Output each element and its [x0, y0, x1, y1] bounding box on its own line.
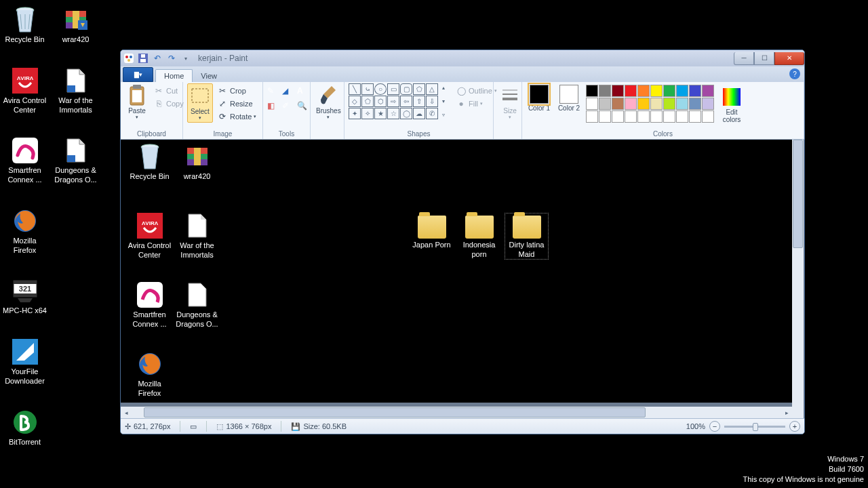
color-swatch[interactable] [625, 85, 637, 97]
shapes-more[interactable]: ▴▾▿ [438, 83, 449, 119]
outline-button[interactable]: ◯Outline ▾ [454, 85, 499, 97]
help-button[interactable]: ? [789, 68, 800, 79]
color1-button[interactable]: Color 1 [526, 85, 552, 112]
zoom-out-button[interactable]: − [709, 421, 720, 432]
color-swatch[interactable] [599, 98, 611, 110]
color-swatch[interactable] [612, 85, 624, 97]
canvas-recycle-bin: Recycle Bin [127, 142, 172, 182]
color-swatch[interactable] [689, 85, 701, 97]
custom-color-slot[interactable] [689, 110, 701, 123]
desktop-war-immortals[interactable]: War of the Immortals [54, 66, 98, 115]
custom-color-slot[interactable] [637, 110, 650, 123]
color-swatch[interactable] [702, 85, 714, 97]
undo-icon[interactable]: ↶ [152, 53, 163, 64]
canvas-dnd: Dungeons & Dragons O... [175, 281, 219, 329]
custom-color-slot[interactable] [663, 110, 675, 123]
desktop-recycle-bin[interactable]: Recycle Bin [3, 5, 47, 45]
canvas[interactable]: Recycle Bin wrar420 ΛVIRΛAvira Control C… [121, 140, 792, 403]
group-label: Colors [526, 129, 800, 139]
color-swatch[interactable] [650, 98, 663, 110]
svg-point-22 [127, 59, 130, 62]
group-label: Image [187, 129, 258, 139]
color-swatch[interactable] [676, 85, 688, 97]
firefox-icon [11, 207, 39, 235]
group-label [315, 129, 340, 139]
color-swatch[interactable] [586, 98, 598, 110]
vertical-scrollbar[interactable] [792, 140, 804, 418]
tab-view[interactable]: View [193, 70, 225, 82]
folder-icon [418, 216, 446, 239]
desktop-mpc[interactable]: 321 MPC-HC x64 [3, 277, 47, 316]
color-swatch[interactable] [599, 85, 611, 97]
size-button[interactable]: Size▾ [498, 83, 522, 121]
zoom-in-button[interactable]: + [789, 421, 800, 432]
horizontal-scrollbar[interactable]: ◂▸ [121, 407, 793, 418]
titlebar[interactable]: ↶ ↷ ▾ kerjain - Paint ─ ☐ ✕ [121, 50, 804, 66]
desktop-dnd[interactable]: Dungeons & Dragons O... [54, 136, 98, 185]
magnifier-tool[interactable]: 🔍 [297, 101, 311, 110]
color-swatch[interactable] [702, 98, 714, 110]
custom-color-slot[interactable] [586, 110, 598, 123]
color-swatch[interactable] [637, 85, 650, 97]
edit-colors-button[interactable]: Edit colors [718, 85, 745, 125]
text-tool[interactable]: A [297, 86, 311, 96]
copy-button[interactable]: ⎘Copy [151, 98, 186, 110]
pencil-tool[interactable]: ✎ [267, 86, 281, 96]
zoom-slider[interactable] [724, 426, 785, 428]
svg-rect-38 [194, 148, 201, 165]
select-icon [189, 85, 211, 107]
resize-button[interactable]: ⤢Resize [215, 98, 258, 110]
desktop-yourfile[interactable]: YourFile Downloader [3, 338, 47, 386]
maximize-button[interactable]: ☐ [754, 52, 774, 65]
close-button[interactable]: ✕ [774, 52, 804, 65]
color2-button[interactable]: Color 2 [556, 85, 582, 112]
svg-rect-14 [14, 281, 37, 284]
custom-color-slot[interactable] [612, 110, 624, 123]
custom-color-slot[interactable] [625, 110, 637, 123]
fill-button[interactable]: ●Fill ▾ [454, 98, 499, 110]
desktop-wrar[interactable]: wrar420 [54, 5, 98, 45]
custom-color-slot[interactable] [702, 110, 714, 123]
rotate-button[interactable]: ⟳Rotate ▾ [215, 110, 258, 123]
desktop-avira[interactable]: ΛVIRΛ Avira Control Center [3, 66, 47, 115]
desktop-smartfren[interactable]: Smartfren Connex ... [3, 136, 47, 185]
color-swatch[interactable] [625, 98, 637, 110]
color-swatch[interactable] [612, 98, 624, 110]
brushes-button[interactable]: Brushes▾ [315, 83, 342, 121]
windows-watermark: Windows 7 Build 7600 This copy of Window… [743, 454, 864, 485]
minimize-button[interactable]: ─ [734, 52, 754, 65]
desktop-bittorrent[interactable]: BitTorrent [3, 408, 47, 447]
color-swatch[interactable] [637, 98, 650, 110]
custom-color-slot[interactable] [676, 110, 688, 123]
crop-button[interactable]: ✂Crop [215, 85, 258, 97]
file-menu-button[interactable]: ▇▾ [123, 67, 153, 82]
redo-icon[interactable]: ↷ [166, 53, 177, 64]
svg-rect-25 [141, 54, 145, 58]
desktop-firefox[interactable]: Mozilla Firefox [3, 207, 47, 256]
custom-color-slot[interactable] [650, 110, 663, 123]
eraser-tool[interactable]: ◧ [267, 101, 281, 110]
paste-button[interactable]: Paste▾ [125, 83, 149, 121]
mpc-icon: 321 [11, 277, 39, 305]
svg-point-20 [125, 56, 128, 58]
save-icon[interactable] [138, 53, 149, 64]
color-swatch[interactable] [586, 85, 598, 97]
color-palette[interactable] [586, 85, 714, 123]
qat-dropdown-icon[interactable]: ▾ [180, 53, 191, 64]
edit-colors-icon [721, 86, 743, 108]
color-swatch[interactable] [676, 98, 688, 110]
color-swatch[interactable] [663, 85, 675, 97]
zoom-level: 100% [686, 422, 705, 430]
fill-tool[interactable]: ◢ [282, 86, 296, 96]
cut-button[interactable]: ✂Cut [151, 85, 186, 97]
brush-icon [317, 85, 339, 106]
select-button[interactable]: Select▾ [187, 83, 213, 123]
color-swatch[interactable] [663, 98, 675, 110]
tab-home[interactable]: Home [155, 69, 193, 82]
custom-color-slot[interactable] [599, 110, 611, 123]
shapes-gallery[interactable]: ╲⤿○▭▢⬠△ ◇⬠⬡⇨⇦⇧⇩ ✦✧★☆◯☁✆ [349, 83, 438, 119]
color-swatch[interactable] [689, 98, 701, 110]
picker-tool[interactable]: ✐ [282, 101, 296, 110]
color-swatch[interactable] [650, 85, 663, 97]
desktop-icon-label: Recycle Bin [3, 35, 47, 45]
